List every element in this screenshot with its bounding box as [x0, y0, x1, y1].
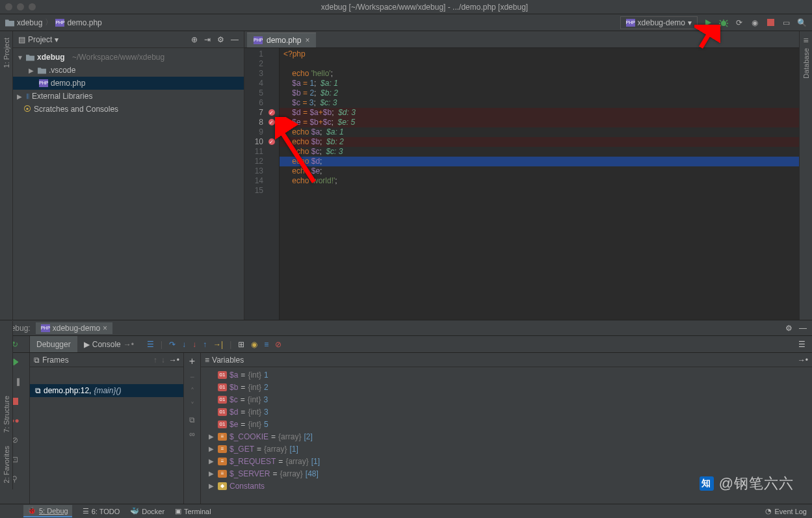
gear-icon[interactable]: ⚙: [785, 324, 792, 333]
library-icon: ⫴: [26, 92, 29, 101]
window-controls[interactable]: [5, 3, 36, 10]
step-into-icon[interactable]: ↓: [182, 340, 186, 349]
next-frame-icon[interactable]: ↓: [161, 356, 165, 365]
more-icon[interactable]: →•: [169, 356, 179, 365]
rail-structure[interactable]: 7: Structure: [3, 396, 10, 433]
tree-ext-libs[interactable]: ▶⫴External Libraries: [13, 90, 244, 103]
rail-favorites[interactable]: 2: Favorites: [3, 446, 10, 483]
close-icon[interactable]: ×: [103, 324, 107, 333]
debug-button[interactable]: [718, 18, 729, 28]
breadcrumb-root[interactable]: xdebug: [5, 18, 42, 27]
folder-icon: [38, 67, 46, 74]
variable-row[interactable]: 01 $b = {int} 2: [203, 381, 809, 393]
variable-row[interactable]: 01 $e = {int} 5: [203, 418, 809, 430]
threads-icon[interactable]: ☰: [147, 340, 154, 349]
chevron-down-icon[interactable]: ▾: [55, 35, 59, 44]
close-window[interactable]: [5, 3, 12, 10]
link-button[interactable]: ∞: [189, 430, 195, 439]
step-over-icon[interactable]: ↷: [169, 340, 176, 349]
project-icon: ▤: [18, 35, 25, 44]
project-tree[interactable]: ▼xdebug ~/Workspace/www/xdebug ▶.vscode …: [13, 48, 244, 320]
minimize-window[interactable]: [17, 3, 24, 10]
down-button[interactable]: ˅: [190, 401, 194, 410]
tree-scratches[interactable]: ⦿Scratches and Consoles: [13, 103, 244, 116]
run-config-dropdown[interactable]: PHP xdebug-demo ▾: [620, 16, 698, 29]
gear-icon[interactable]: ⚙: [217, 35, 224, 44]
tree-vscode[interactable]: ▶.vscode: [13, 64, 244, 77]
stop-button[interactable]: [765, 18, 776, 28]
todo-icon: ☰: [83, 507, 89, 515]
terminal-icon: ▣: [175, 507, 181, 515]
frame-row[interactable]: ⧉demo.php:12, {main}(): [30, 384, 183, 397]
bottom-terminal[interactable]: ▣Terminal: [175, 507, 211, 515]
zoom-window[interactable]: [29, 3, 36, 10]
variable-row[interactable]: ▶≡ $_GET = {array} [1]: [203, 443, 809, 455]
variable-row[interactable]: ▶≡ $_REQUEST = {array} [1]: [203, 455, 809, 467]
bottom-docker[interactable]: 🐳Docker: [130, 507, 164, 515]
prev-frame-icon[interactable]: ↑: [153, 356, 157, 365]
coverage-button[interactable]: ⟳: [734, 18, 744, 28]
mute-icon[interactable]: ⊘: [275, 340, 282, 349]
tab-demo-php[interactable]: PHP demo.php ×: [247, 32, 316, 47]
step-out-icon[interactable]: ↑: [203, 340, 207, 349]
variable-row[interactable]: 01 $c = {int} 3: [203, 393, 809, 406]
copy-button[interactable]: ⧉: [189, 415, 195, 424]
titlebar: xdebug [~/Workspace/www/xdebug] - .../de…: [0, 0, 812, 14]
run-button[interactable]: [703, 18, 713, 28]
rail-project[interactable]: 1: Project: [3, 38, 10, 68]
php-file-icon: PHP: [39, 79, 48, 87]
search-icon[interactable]: 🔍: [796, 18, 807, 28]
editor-area: PHP demo.php × 123456789101112131415 <?p…: [244, 31, 799, 320]
tree-root[interactable]: ▼xdebug ~/Workspace/www/xdebug: [13, 51, 244, 64]
php-file-icon: PHP: [41, 324, 50, 332]
folder-icon: [5, 19, 14, 27]
hide-icon[interactable]: —: [231, 35, 239, 44]
database-icon[interactable]: ≡: [803, 35, 808, 45]
bottom-debug[interactable]: 🐞5: Debug: [23, 505, 72, 517]
console-icon: ▶: [84, 340, 90, 349]
chevron-down-icon: ▾: [688, 18, 692, 27]
frames-panel: ⧉Frames ↑↓→• ⧉demo.php:12, {main}(): [30, 353, 184, 504]
more-icon[interactable]: →•: [798, 356, 808, 365]
profile-button[interactable]: ◉: [750, 18, 760, 28]
log-icon: ◔: [765, 507, 772, 515]
debug-panel: Debug: PHP xdebug-demo × ⚙ — ↻ Debugger …: [0, 320, 812, 504]
force-step-into-icon[interactable]: ↓: [192, 340, 196, 349]
bottom-toolbar: 🐞5: Debug ☰6: TODO 🐳Docker ▣Terminal ◔Ev…: [0, 504, 812, 518]
rail-database[interactable]: Database: [802, 48, 810, 79]
bottom-todo[interactable]: ☰6: TODO: [83, 507, 120, 515]
remove-watch-button[interactable]: −: [190, 372, 194, 382]
variable-row[interactable]: ▶≡ $_COOKIE = {array} [2]: [203, 430, 809, 443]
add-watch-button[interactable]: +: [189, 356, 195, 367]
docker-icon: 🐳: [130, 507, 139, 515]
breadcrumb-file[interactable]: PHPdemo.php: [55, 18, 101, 27]
close-icon[interactable]: ×: [305, 36, 309, 45]
run-to-cursor-icon[interactable]: →|: [213, 340, 223, 349]
evaluate-icon[interactable]: ⊞: [238, 340, 244, 349]
collapse-icon[interactable]: ⇥: [204, 35, 211, 44]
bug-icon: 🐞: [27, 506, 36, 515]
locate-icon[interactable]: ⊕: [191, 35, 198, 44]
window-title: xdebug [~/Workspace/www/xdebug] - .../de…: [42, 3, 807, 12]
scratches-icon: ⦿: [23, 105, 31, 114]
variables-icon: ≡: [205, 356, 209, 365]
hide-icon[interactable]: —: [799, 324, 807, 333]
php-file-icon: PHP: [55, 19, 64, 27]
watch-icon[interactable]: ◉: [251, 340, 257, 349]
debugger-tab[interactable]: Debugger: [30, 336, 77, 352]
console-tab[interactable]: ▶Console→•: [77, 336, 140, 352]
project-panel: ▤ Project ▾ ⊕ ⇥ ⚙ — ▼xdebug ~/Workspace/…: [13, 31, 244, 320]
list-icon[interactable]: ≡: [264, 340, 268, 349]
tree-demo-php[interactable]: PHPdemo.php: [13, 77, 244, 90]
layout-button[interactable]: ▭: [781, 18, 791, 28]
debug-session-tab[interactable]: PHP xdebug-demo ×: [36, 322, 112, 334]
layout-icon[interactable]: ☰: [798, 340, 805, 349]
variable-row[interactable]: 01 $a = {int} 1: [203, 369, 809, 381]
code-editor[interactable]: 123456789101112131415 <?php echo 'hello'…: [244, 48, 799, 320]
variable-row[interactable]: 01 $d = {int} 3: [203, 406, 809, 418]
project-panel-header: ▤ Project ▾ ⊕ ⇥ ⚙ —: [13, 31, 244, 48]
php-file-icon: PHP: [254, 36, 263, 44]
up-button[interactable]: ˄: [190, 387, 194, 396]
php-file-icon: PHP: [626, 19, 635, 27]
event-log[interactable]: ◔Event Log: [765, 507, 807, 515]
